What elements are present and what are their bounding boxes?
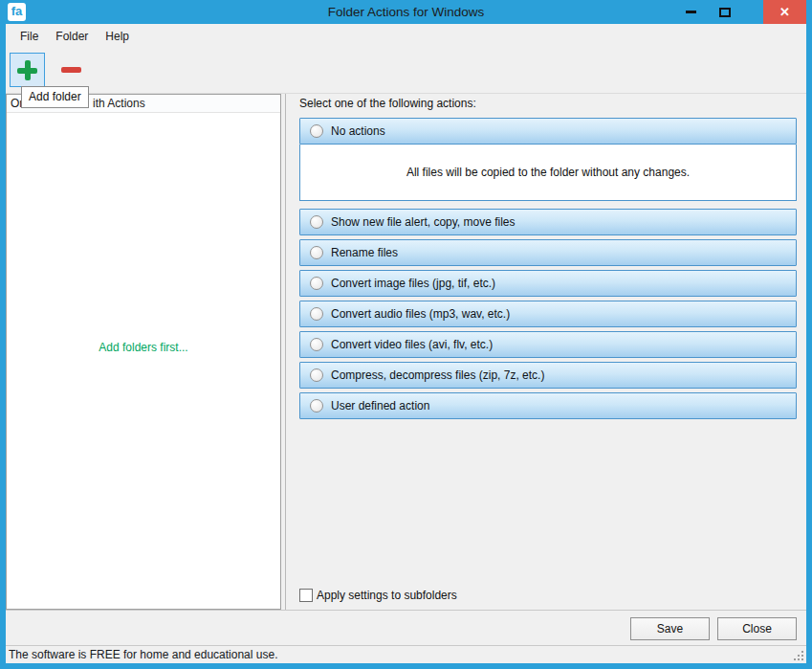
- radio-icon[interactable]: [310, 246, 323, 259]
- add-folder-tooltip: Add folder: [21, 86, 89, 108]
- action-option-label: Compress, decompress files (zip, 7z, etc…: [331, 368, 544, 382]
- actions-list: No actions All files will be copied to t…: [299, 118, 797, 419]
- radio-icon[interactable]: [310, 124, 323, 138]
- action-option-label: User defined action: [331, 399, 429, 413]
- resize-grip-icon[interactable]: [794, 651, 803, 660]
- option-description: All files will be copied to the folder w…: [299, 145, 797, 201]
- menu-item-help[interactable]: Help: [97, 24, 138, 50]
- status-text: The software is FREE for home and educat…: [9, 648, 277, 661]
- actions-prompt: Select one of the following actions:: [299, 97, 797, 112]
- maximize-icon: [719, 8, 731, 17]
- action-option-label: Convert video files (avi, flv, etc.): [331, 338, 493, 351]
- app-body: FileFolderHelp Add folder On ith Actions…: [6, 24, 806, 663]
- close-icon: ✕: [779, 0, 790, 24]
- action-option-bar[interactable]: Convert image files (jpg, tif, etc.): [299, 270, 797, 297]
- subfolders-checkbox[interactable]: [299, 589, 313, 602]
- folders-list-panel: On ith Actions Add folders first...: [6, 94, 281, 610]
- action-option-label: No actions: [331, 124, 385, 138]
- dialog-button-bar: Save Close: [6, 610, 806, 645]
- radio-icon[interactable]: [310, 277, 323, 290]
- action-option-bar[interactable]: User defined action: [299, 392, 797, 419]
- action-option-label: Show new file alert, copy, move files: [331, 215, 516, 229]
- action-option-label: Convert audio files (mp3, wav, etc.): [331, 307, 510, 321]
- title-bar: fa Folder Actions for Windows ✕: [0, 0, 812, 24]
- radio-icon[interactable]: [310, 215, 323, 229]
- status-bar: The software is FREE for home and educat…: [6, 645, 806, 663]
- close-button[interactable]: ✕: [763, 0, 806, 24]
- close-dialog-button[interactable]: Close: [717, 617, 797, 640]
- menu-item-file[interactable]: File: [11, 24, 47, 50]
- action-option-label: Rename files: [331, 246, 398, 259]
- action-option-label: Convert image files (jpg, tif, etc.): [331, 277, 495, 290]
- radio-icon[interactable]: [310, 307, 323, 321]
- minimize-button[interactable]: [676, 0, 705, 24]
- main-content: On ith Actions Add folders first... Sele…: [6, 93, 806, 610]
- action-option-bar[interactable]: Compress, decompress files (zip, 7z, etc…: [299, 362, 797, 389]
- add-folder-button[interactable]: [10, 53, 45, 87]
- action-option-bar[interactable]: Show new file alert, copy, move files: [299, 209, 797, 235]
- action-option-bar[interactable]: No actions: [299, 118, 797, 145]
- actions-panel: Select one of the following actions: No …: [286, 94, 806, 610]
- action-option-bar[interactable]: Convert audio files (mp3, wav, etc.): [299, 301, 797, 327]
- action-option-bar[interactable]: Rename files: [299, 239, 797, 266]
- empty-list-hint: Add folders first...: [7, 341, 280, 354]
- toolbar: [6, 50, 806, 93]
- radio-icon[interactable]: [310, 399, 323, 413]
- action-option-bar[interactable]: Convert video files (avi, flv, etc.): [299, 331, 797, 358]
- radio-icon[interactable]: [310, 338, 323, 351]
- save-button[interactable]: Save: [630, 617, 710, 640]
- subfolders-option: Apply settings to subfolders: [299, 589, 457, 602]
- plus-icon: [17, 60, 37, 80]
- subfolders-checkbox-label[interactable]: Apply settings to subfolders: [317, 589, 457, 602]
- menu-item-folder[interactable]: Folder: [47, 24, 97, 50]
- radio-icon[interactable]: [310, 368, 323, 382]
- folders-header-text-right: ith Actions: [93, 97, 145, 110]
- remove-folder-button[interactable]: [54, 53, 88, 87]
- maximize-button[interactable]: [711, 0, 739, 24]
- menu-bar: FileFolderHelp: [6, 24, 806, 50]
- minimize-icon: [686, 11, 696, 13]
- minus-icon: [61, 67, 81, 73]
- app-window: fa Folder Actions for Windows ✕ FileFold…: [0, 0, 812, 669]
